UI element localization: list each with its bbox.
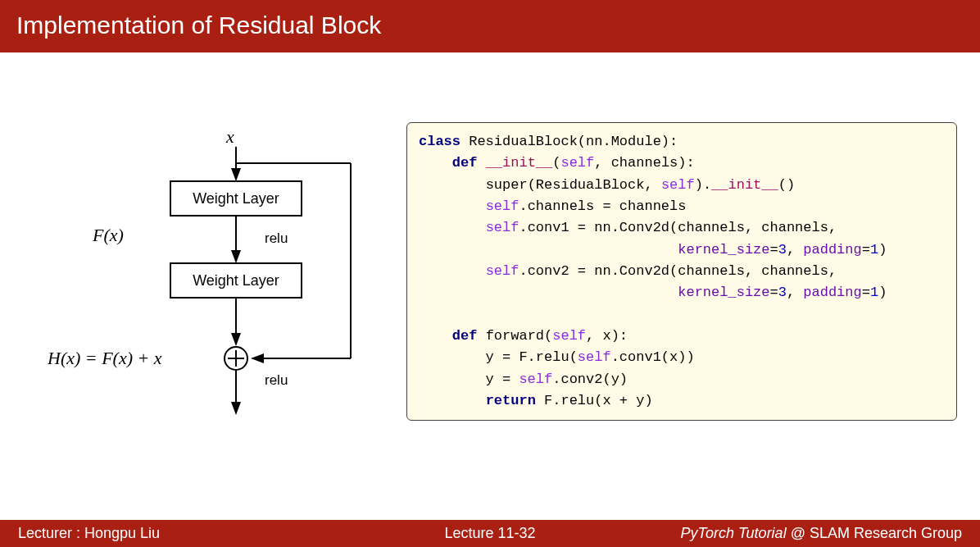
relu-1-label: relu: [265, 230, 288, 246]
code-block: class ResidualBlock(nn.Module): def __in…: [406, 122, 957, 421]
relu-2-label: relu: [265, 372, 288, 388]
slide-footer: Lecturer : Hongpu Liu Lecture 11-32 PyTo…: [0, 520, 980, 547]
footer-course: PyTorch Tutorial @ SLAM Research Group: [681, 525, 962, 542]
footer-lecture-number: Lecture 11-32: [444, 525, 535, 542]
slide-title: Implementation of Residual Block: [0, 0, 980, 52]
residual-diagram: x Weight Layer relu F(x) Weight Layer: [23, 118, 383, 449]
footer-lecturer: Lecturer : Hongpu Liu: [18, 525, 160, 542]
weight-layer-1-label: Weight Layer: [193, 190, 279, 207]
slide-content: x Weight Layer relu F(x) Weight Layer: [0, 52, 980, 449]
input-x-label: x: [225, 126, 234, 147]
hx-label: H(x) = F(x) + x: [47, 348, 162, 368]
weight-layer-2-label: Weight Layer: [193, 272, 279, 289]
fx-label: F(x): [92, 225, 124, 245]
code-content: class ResidualBlock(nn.Module): def __in…: [419, 131, 945, 412]
code-panel: class ResidualBlock(nn.Module): def __in…: [406, 118, 957, 449]
